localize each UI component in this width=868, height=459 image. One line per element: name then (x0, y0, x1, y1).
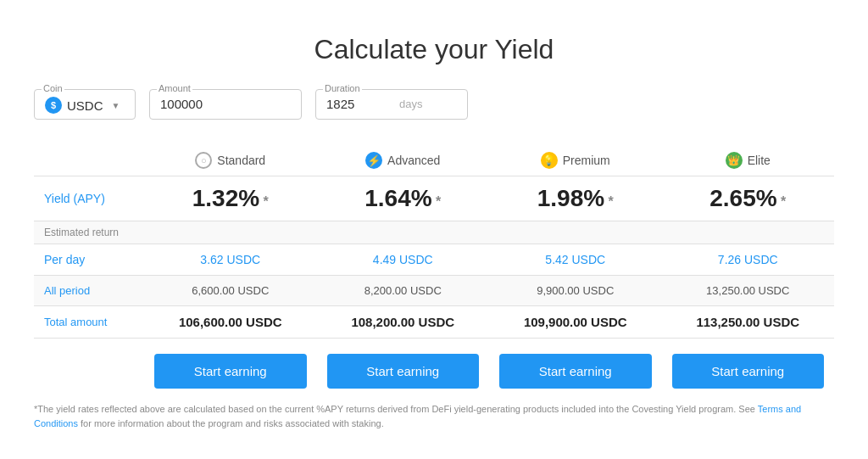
apy-row: Yield (APY) 1.32% * 1.64% * 1.98% * 2.65… (34, 176, 834, 221)
total-amount-label: Total amount (34, 306, 144, 339)
chevron-down-icon: ▼ (112, 101, 120, 110)
advanced-start-earning-button[interactable]: Start earning (327, 354, 480, 389)
standard-start-earning-button[interactable]: Start earning (154, 354, 307, 389)
buttons-row: Start earning Start earning Start earnin… (34, 354, 834, 389)
amount-input[interactable] (160, 97, 262, 111)
standard-header: ○ Standard (144, 143, 317, 176)
page-container: Calculate your Yield Coin $ USDC ▼ Amoun… (0, 8, 868, 451)
standard-icon: ○ (195, 152, 212, 169)
standard-all-period: 6,600.00 USDC (144, 276, 317, 306)
coin-select[interactable]: $ USDC ▼ (45, 97, 125, 114)
premium-apy: 1.98% * (489, 176, 662, 221)
duration-label: Duration (323, 83, 362, 93)
usdc-icon: $ (45, 97, 62, 114)
all-period-row: All period 6,600.00 USDC 8,200.00 USDC 9… (34, 276, 834, 306)
premium-total: 109,900.00 USDC (489, 306, 662, 339)
duration-input[interactable] (326, 97, 394, 111)
page-title: Calculate your Yield (34, 34, 834, 65)
advanced-icon: ⚡ (365, 152, 382, 169)
elite-start-earning-button[interactable]: Start earning (672, 354, 825, 389)
disclaimer: *The yield rates reflected above are cal… (34, 402, 834, 430)
coin-label: Coin (42, 83, 64, 93)
disclaimer-text2: for more information about the program a… (78, 418, 384, 428)
amount-label: Amount (157, 83, 192, 93)
elite-apy: 2.65% * (662, 176, 835, 221)
disclaimer-text1: *The yield rates reflected above are cal… (34, 404, 758, 414)
est-return-row: Estimated return (34, 221, 834, 244)
coin-field: Coin $ USDC ▼ (34, 89, 136, 120)
advanced-apy-value: 1.64% (364, 185, 431, 211)
elite-est-return (662, 221, 835, 244)
elite-header: 👑 Elite (662, 143, 835, 176)
advanced-header: ⚡ Advanced (317, 143, 490, 176)
advanced-label: Advanced (387, 154, 440, 167)
advanced-all-period: 8,200.00 USDC (317, 276, 490, 306)
duration-wrapper: days (326, 97, 457, 111)
elite-apy-value: 2.65% (709, 185, 776, 211)
elite-per-day: 7.26 USDC (662, 244, 835, 276)
premium-per-day: 5.42 USDC (489, 244, 662, 276)
amount-field: Amount (149, 89, 302, 120)
premium-label: Premium (563, 154, 610, 167)
premium-start-earning-button[interactable]: Start earning (499, 354, 652, 389)
standard-per-day: 3.62 USDC (144, 244, 317, 276)
premium-header: 💡 Premium (489, 143, 662, 176)
all-period-label: All period (34, 276, 144, 306)
yield-apy-label: Yield (APY) (34, 176, 144, 221)
elite-all-period: 13,250.00 USDC (662, 276, 835, 306)
advanced-apy: 1.64% * (317, 176, 490, 221)
premium-icon: 💡 (541, 152, 558, 169)
advanced-per-day: 4.49 USDC (317, 244, 490, 276)
elite-total: 113,250.00 USDC (662, 306, 835, 339)
days-label: days (399, 98, 422, 110)
standard-apy: 1.32% * (144, 176, 317, 221)
total-amount-row: Total amount 106,600.00 USDC 108,200.00 … (34, 306, 834, 339)
empty-header (34, 143, 144, 176)
per-day-row: Per day 3.62 USDC 4.49 USDC 5.42 USDC 7.… (34, 244, 834, 276)
standard-apy-value: 1.32% (192, 185, 259, 211)
standard-label: Standard (217, 154, 265, 167)
est-return-label: Estimated return (34, 221, 144, 244)
per-day-label: Per day (34, 244, 144, 276)
yield-table: ○ Standard ⚡ Advanced 💡 Premium (34, 143, 834, 339)
standard-total: 106,600.00 USDC (144, 306, 317, 339)
premium-est-return (489, 221, 662, 244)
advanced-total: 108,200.00 USDC (317, 306, 490, 339)
advanced-est-return (317, 221, 490, 244)
elite-label: Elite (748, 154, 771, 167)
controls-row: Coin $ USDC ▼ Amount Duration days (34, 89, 834, 120)
standard-est-return (144, 221, 317, 244)
premium-apy-value: 1.98% (537, 185, 604, 211)
duration-field: Duration days (315, 89, 468, 120)
tier-header-row: ○ Standard ⚡ Advanced 💡 Premium (34, 143, 834, 176)
coin-value: USDC (67, 98, 103, 113)
elite-icon: 👑 (726, 152, 743, 169)
premium-all-period: 9,900.00 USDC (489, 276, 662, 306)
